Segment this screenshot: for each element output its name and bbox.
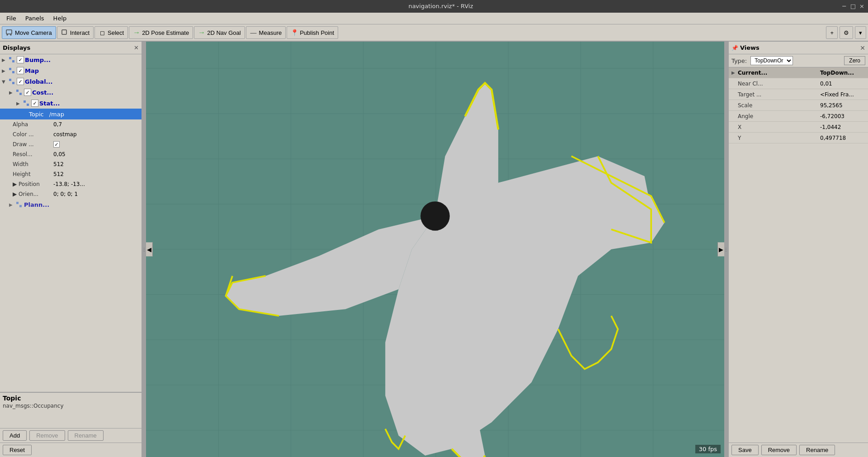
- close-btn[interactable]: ×: [859, 0, 864, 13]
- view-x[interactable]: X -1,0442: [729, 122, 868, 133]
- view-near-clip[interactable]: Near Cl... 0,01: [729, 78, 868, 89]
- scale-name: Scale: [738, 102, 820, 109]
- viewport[interactable]: ▶ ◀ 30 fps: [146, 42, 724, 457]
- toolbar-add-btn[interactable]: +: [826, 26, 838, 39]
- global-check[interactable]: ✓: [17, 78, 24, 85]
- publish-point-label: Publish Point: [300, 29, 334, 36]
- menu-help[interactable]: Help: [49, 14, 71, 23]
- target-name: Target ...: [738, 91, 820, 98]
- prop-draw[interactable]: Draw ... ✓: [0, 139, 142, 149]
- prop-orient[interactable]: ▶ Orien... 0; 0; 0; 1: [0, 189, 142, 199]
- plann-icon: [15, 201, 23, 208]
- viewport-scroll-left[interactable]: ◀: [146, 243, 153, 257]
- nav-goal-icon: →: [198, 29, 205, 36]
- rename-btn[interactable]: Rename: [68, 430, 104, 441]
- window-controls[interactable]: − □ ×: [842, 0, 864, 13]
- cost-label: Cost...: [32, 89, 53, 96]
- right-divider[interactable]: ⋮: [724, 42, 728, 457]
- svg-rect-9: [12, 82, 14, 84]
- bump-icon: [8, 56, 15, 63]
- left-divider[interactable]: ⋮: [142, 42, 146, 457]
- map-icon: [8, 67, 15, 74]
- display-plann[interactable]: ▶ Plann...: [0, 199, 142, 210]
- display-stat[interactable]: ▶ ✓ Stat...: [0, 98, 142, 109]
- displays-close-btn[interactable]: ✕: [134, 44, 139, 51]
- display-global[interactable]: ▼ ✓ Global...: [0, 76, 142, 87]
- viewport-scroll-right[interactable]: ▶: [717, 243, 724, 257]
- prop-color[interactable]: Color ... costmap: [0, 129, 142, 139]
- menu-file[interactable]: File: [2, 14, 21, 23]
- prop-orient-name: ▶ Orien...: [13, 191, 53, 197]
- views-close-btn[interactable]: ✕: [860, 44, 865, 52]
- cost-check[interactable]: ✓: [24, 89, 31, 96]
- select-btn[interactable]: ◻ Select: [94, 26, 128, 39]
- maximize-btn[interactable]: □: [850, 0, 856, 13]
- near-clip-value: 0,01: [820, 81, 865, 87]
- plann-expander: ▶: [9, 202, 15, 207]
- views-rename-btn[interactable]: Rename: [799, 445, 835, 455]
- global-icon: [8, 78, 15, 85]
- prop-width-value: 512: [53, 161, 140, 167]
- views-type-select[interactable]: TopDownOr: [750, 56, 793, 65]
- move-camera-btn[interactable]: Move Camera: [2, 26, 56, 39]
- remove-btn[interactable]: Remove: [29, 430, 65, 441]
- global-expander: ▼: [2, 79, 8, 84]
- prop-position[interactable]: ▶ Position -13.8; -13...: [0, 179, 142, 189]
- col-expand: ▶: [731, 70, 738, 75]
- prop-position-value: -13.8; -13...: [53, 181, 140, 187]
- prop-draw-name: Draw ...: [13, 141, 53, 148]
- view-y[interactable]: Y 0,497718: [729, 133, 868, 143]
- display-cost[interactable]: ▶ ✓ Cost...: [0, 87, 142, 98]
- prop-alpha[interactable]: Alpha 0,7: [0, 119, 142, 129]
- minimize-btn[interactable]: −: [842, 0, 847, 13]
- topic-row[interactable]: Topic /map: [0, 109, 142, 119]
- view-angle[interactable]: Angle -6,72003: [729, 111, 868, 122]
- display-bump[interactable]: ▶ ✓ Bump...: [0, 54, 142, 65]
- toolbar-extras: + ⚙ ▾: [826, 26, 866, 39]
- menu-panels[interactable]: Panels: [21, 14, 49, 23]
- views-remove-btn[interactable]: Remove: [761, 445, 797, 455]
- map-expander: ▶: [2, 68, 8, 73]
- toolbar-settings-btn[interactable]: ⚙: [840, 26, 853, 39]
- gear-icon: ⚙: [844, 29, 849, 36]
- svg-point-38: [420, 201, 450, 231]
- map-label: Map: [25, 67, 39, 74]
- toolbar-dropdown-btn[interactable]: ▾: [855, 26, 866, 39]
- interact-btn[interactable]: Interact: [57, 26, 94, 39]
- bump-check[interactable]: ✓: [17, 56, 24, 63]
- reset-btn[interactable]: Reset: [3, 445, 32, 455]
- bump-expander: ▶: [2, 57, 8, 62]
- measure-icon: —: [250, 29, 257, 36]
- add-btn[interactable]: Add: [3, 430, 27, 441]
- prop-resol[interactable]: Resol... 0,05: [0, 149, 142, 159]
- display-map[interactable]: ▶ ✓ Map: [0, 65, 142, 76]
- prop-alpha-value: 0,7: [53, 121, 140, 128]
- topic-value: /map: [49, 111, 64, 118]
- publish-point-btn[interactable]: 📍 Publish Point: [287, 26, 338, 39]
- svg-point-2: [10, 34, 12, 36]
- view-scale[interactable]: Scale 95,2565: [729, 100, 868, 111]
- titlebar: navigation.rviz* - RViz − □ ×: [0, 0, 868, 13]
- svg-rect-4: [9, 57, 11, 59]
- col-topdown-header: TopDown...: [820, 70, 865, 76]
- pose-estimate-btn[interactable]: → 2D Pose Estimate: [129, 26, 193, 39]
- angle-value: -6,72003: [820, 113, 865, 119]
- x-value: -1,0442: [820, 124, 865, 130]
- views-buttons: Save Remove Rename: [729, 443, 868, 457]
- prop-width[interactable]: Width 512: [0, 159, 142, 169]
- views-save-btn[interactable]: Save: [731, 445, 759, 455]
- prop-height[interactable]: Height 512: [0, 169, 142, 179]
- topic-name-label: Topic: [29, 111, 44, 118]
- nav-goal-btn[interactable]: → 2D Nav Goal: [194, 26, 245, 39]
- prop-color-name: Color ...: [13, 131, 53, 138]
- topic-info-type: nav_msgs::Occupancy: [3, 403, 139, 409]
- move-camera-label: Move Camera: [15, 29, 52, 36]
- views-zero-btn[interactable]: Zero: [844, 56, 865, 65]
- view-target[interactable]: Target ... <Fixed Fra...: [729, 89, 868, 100]
- select-label: Select: [108, 29, 124, 36]
- prop-resol-name: Resol...: [13, 151, 53, 157]
- stat-check[interactable]: ✓: [31, 100, 38, 107]
- reset-row: Reset: [0, 443, 142, 457]
- map-check[interactable]: ✓: [17, 67, 24, 74]
- measure-btn[interactable]: — Measure: [246, 26, 286, 39]
